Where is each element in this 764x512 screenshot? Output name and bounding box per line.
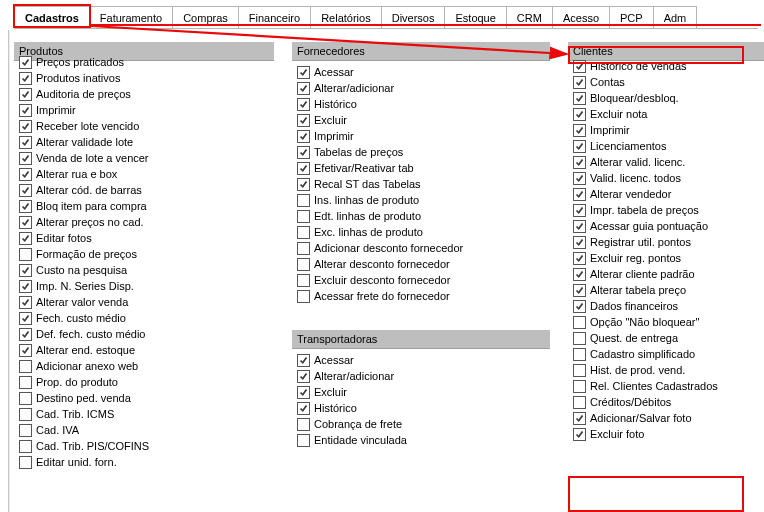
checkbox-checked-icon[interactable] [19,104,32,117]
perm-item[interactable]: Ins. linhas de produto [297,192,545,208]
perm-item[interactable]: Imprimir [573,122,764,138]
tab-financeiro[interactable]: Financeiro [238,6,311,28]
checkbox-checked-icon[interactable] [573,428,586,441]
checkbox-unchecked-icon[interactable] [19,360,32,373]
perm-item[interactable]: Alterar cliente padrão [573,266,764,282]
perm-item[interactable]: Editar unid. forn. [19,454,269,470]
perm-item[interactable]: Custo na pesquisa [19,262,269,278]
checkbox-unchecked-icon[interactable] [19,376,32,389]
checkbox-unchecked-icon[interactable] [297,194,310,207]
checkbox-checked-icon[interactable] [573,108,586,121]
perm-item[interactable]: Imprimir [297,128,545,144]
perm-item[interactable]: Excluir foto [573,426,764,442]
perm-item[interactable]: Bloq item para compra [19,198,269,214]
perm-item[interactable]: Receber lote vencido [19,118,269,134]
perm-item[interactable]: Imprimir [19,102,269,118]
perm-item[interactable]: Formação de preços [19,246,269,262]
perm-item[interactable]: Auditoria de preços [19,86,269,102]
checkbox-checked-icon[interactable] [19,312,32,325]
perm-item[interactable]: Alterar preços no cad. [19,214,269,230]
perm-item[interactable]: Destino ped. venda [19,390,269,406]
perm-item[interactable]: Tabelas de preços [297,144,545,160]
tab-adm[interactable]: Adm [653,6,698,28]
checkbox-unchecked-icon[interactable] [297,274,310,287]
perm-item[interactable]: Preços praticados [19,54,269,70]
perm-item[interactable]: Adicionar desconto fornecedor [297,240,545,256]
perm-item[interactable]: Alterar/adicionar [297,80,545,96]
checkbox-checked-icon[interactable] [297,114,310,127]
checkbox-checked-icon[interactable] [19,168,32,181]
tab-pcp[interactable]: PCP [609,6,654,28]
checkbox-unchecked-icon[interactable] [19,424,32,437]
tab-compras[interactable]: Compras [172,6,239,28]
tab-faturamento[interactable]: Faturamento [89,6,173,28]
checkbox-checked-icon[interactable] [573,140,586,153]
checkbox-checked-icon[interactable] [19,344,32,357]
perm-item[interactable]: Excluir [297,384,545,400]
perm-item[interactable]: Créditos/Débitos [573,394,764,410]
perm-item[interactable]: Imp. N. Series Disp. [19,278,269,294]
checkbox-unchecked-icon[interactable] [19,440,32,453]
checkbox-checked-icon[interactable] [19,72,32,85]
checkbox-unchecked-icon[interactable] [19,408,32,421]
checkbox-unchecked-icon[interactable] [297,418,310,431]
perm-item[interactable]: Licenciamentos [573,138,764,154]
perm-item[interactable]: Alterar tabela preço [573,282,764,298]
checkbox-checked-icon[interactable] [19,200,32,213]
checkbox-checked-icon[interactable] [297,402,310,415]
checkbox-unchecked-icon[interactable] [297,434,310,447]
checkbox-checked-icon[interactable] [573,284,586,297]
checkbox-checked-icon[interactable] [297,178,310,191]
perm-item[interactable]: Alterar rua e box [19,166,269,182]
perm-item[interactable]: Dados financeiros [573,298,764,314]
checkbox-unchecked-icon[interactable] [573,380,586,393]
perm-item[interactable]: Alterar vendedor [573,186,764,202]
checkbox-checked-icon[interactable] [573,76,586,89]
perm-item[interactable]: Hist. de prod. vend. [573,362,764,378]
checkbox-unchecked-icon[interactable] [297,226,310,239]
checkbox-checked-icon[interactable] [573,236,586,249]
checkbox-unchecked-icon[interactable] [573,316,586,329]
perm-item[interactable]: Excluir [297,112,545,128]
perm-item[interactable]: Cad. Trib. PIS/COFINS [19,438,269,454]
checkbox-unchecked-icon[interactable] [573,396,586,409]
checkbox-checked-icon[interactable] [297,370,310,383]
tab-diversos[interactable]: Diversos [381,6,446,28]
checkbox-checked-icon[interactable] [573,412,586,425]
checkbox-checked-icon[interactable] [19,152,32,165]
perm-item[interactable]: Impr. tabela de preços [573,202,764,218]
checkbox-checked-icon[interactable] [297,82,310,95]
checkbox-unchecked-icon[interactable] [573,364,586,377]
checkbox-checked-icon[interactable] [297,66,310,79]
perm-item[interactable]: Alterar end. estoque [19,342,269,358]
perm-item[interactable]: Recal ST das Tabelas [297,176,545,192]
checkbox-checked-icon[interactable] [297,146,310,159]
perm-item[interactable]: Quest. de entrega [573,330,764,346]
checkbox-checked-icon[interactable] [19,136,32,149]
checkbox-checked-icon[interactable] [573,92,586,105]
perm-item[interactable]: Histórico [297,96,545,112]
perm-item[interactable]: Registrar util. pontos [573,234,764,250]
checkbox-checked-icon[interactable] [19,56,32,69]
perm-item[interactable]: Cad. Trib. ICMS [19,406,269,422]
perm-item[interactable]: Cadastro simplificado [573,346,764,362]
checkbox-unchecked-icon[interactable] [19,248,32,261]
checkbox-checked-icon[interactable] [297,98,310,111]
perm-item[interactable]: Alterar desconto fornecedor [297,256,545,272]
perm-item[interactable]: Efetivar/Reativar tab [297,160,545,176]
checkbox-checked-icon[interactable] [573,124,586,137]
checkbox-checked-icon[interactable] [297,386,310,399]
checkbox-checked-icon[interactable] [573,60,586,73]
perm-item[interactable]: Alterar valor venda [19,294,269,310]
checkbox-checked-icon[interactable] [297,130,310,143]
checkbox-checked-icon[interactable] [19,264,32,277]
perm-item[interactable]: Excluir desconto fornecedor [297,272,545,288]
perm-item[interactable]: Acessar guia pontuação [573,218,764,234]
perm-item[interactable]: Def. fech. custo médio [19,326,269,342]
checkbox-checked-icon[interactable] [297,354,310,367]
checkbox-unchecked-icon[interactable] [19,392,32,405]
checkbox-checked-icon[interactable] [573,252,586,265]
checkbox-checked-icon[interactable] [19,216,32,229]
checkbox-checked-icon[interactable] [19,280,32,293]
perm-item[interactable]: Cad. IVA [19,422,269,438]
